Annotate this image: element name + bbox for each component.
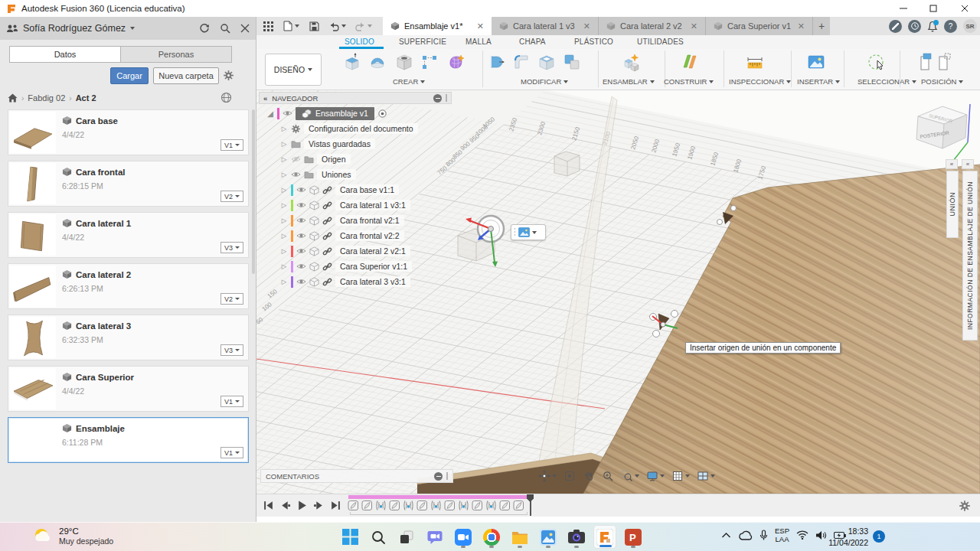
user-name[interactable]: Sofía Rodríguez Gómez [23, 23, 126, 34]
close-tab-icon[interactable]: ✕ [798, 21, 805, 31]
list-item-cara-frontal[interactable]: Cara frontal 6:28:15 PM V2 [8, 161, 249, 207]
user-dropdown-icon[interactable] [130, 27, 135, 30]
shell-icon[interactable] [537, 52, 557, 72]
breadcrumb-folder[interactable]: Fabdig 02 [28, 93, 65, 103]
tree-item-component[interactable]: ▷ Cara lateral 1 v3:1 [259, 197, 454, 213]
eye-icon[interactable] [283, 109, 292, 117]
panel-info-ensamblaje[interactable]: INFORMACIÓN DE ENSAMBLAJE DE UNIÓN [962, 171, 978, 341]
press-pull-icon[interactable] [486, 52, 506, 72]
expander-icon[interactable]: ▷ [280, 125, 288, 132]
expander-icon[interactable]: ▷ [280, 247, 288, 255]
grid-settings-icon[interactable] [671, 470, 690, 482]
tree-item-component[interactable]: ▷ Cara Superior v1:1 [259, 259, 454, 274]
timeline-settings-gear-icon[interactable] [959, 500, 971, 512]
timeline-component-icon[interactable] [499, 500, 511, 511]
pan-icon[interactable] [583, 470, 595, 482]
display-settings-icon[interactable] [646, 470, 665, 482]
panel-grip[interactable] [446, 472, 448, 480]
revolve-icon[interactable] [368, 52, 387, 72]
activate-component-icon[interactable] [377, 109, 387, 119]
tree-item-component[interactable]: ▷ Cara frontal v2:1 [259, 213, 454, 228]
expander-icon[interactable]: ▷ [280, 217, 288, 224]
ribbon-tab-plastico[interactable]: PLÁSTICO [574, 37, 613, 46]
list-item-ensamblaje-selected[interactable]: Ensamblaje 6:11:28 PM V1 [8, 417, 249, 463]
list-item-cara-lateral-2[interactable]: Cara lateral 2 6:26:13 PM V2 [8, 263, 249, 309]
camera-icon[interactable] [565, 525, 588, 549]
eye-icon[interactable] [296, 186, 306, 194]
insert-icon[interactable] [806, 52, 826, 72]
timeline-component-icon[interactable] [513, 500, 524, 511]
expander-open-icon[interactable]: ◢ [266, 109, 274, 118]
ribbon-tab-solido[interactable]: SOLIDO [345, 37, 374, 46]
position-revert-icon[interactable] [938, 52, 952, 72]
volume-icon[interactable] [815, 530, 827, 540]
microphone-icon[interactable] [760, 530, 768, 541]
home-icon[interactable] [8, 93, 18, 103]
eye-icon[interactable] [296, 232, 306, 240]
redo-icon[interactable] [351, 18, 374, 34]
tree-item-component[interactable]: ▷ Cara lateral 2 v2:1 [259, 243, 454, 259]
version-dropdown[interactable]: V2 [220, 191, 243, 202]
position-capture-icon[interactable] [919, 52, 933, 72]
timeline-component-icon[interactable] [361, 500, 373, 511]
refresh-icon[interactable] [199, 23, 210, 34]
tree-item-uniones[interactable]: ▷ Uniones [259, 167, 454, 182]
globe-icon[interactable] [220, 92, 232, 103]
clock[interactable]: 18:33 11/04/2022 [828, 526, 868, 548]
task-view-icon[interactable] [395, 525, 418, 549]
settings-gear-icon[interactable] [223, 70, 234, 81]
tree-item-component[interactable]: ▷ Cara frontal v2:2 [259, 228, 454, 243]
wifi-icon[interactable] [796, 530, 808, 540]
breadcrumb-current[interactable]: Act 2 [76, 93, 96, 103]
tree-label[interactable]: Cara lateral 2 v2:1 [335, 246, 410, 256]
version-dropdown[interactable]: V2 [220, 293, 243, 305]
play-icon[interactable] [296, 500, 308, 511]
group-label-ensamblar[interactable]: ENSAMBLAR [603, 77, 655, 86]
tree-label[interactable]: Cara lateral 3 v3:1 [335, 276, 410, 287]
insert-image-mini-icon[interactable] [518, 227, 530, 237]
tree-label[interactable]: Origen [317, 154, 351, 165]
close-tab-icon[interactable]: ✕ [691, 21, 697, 31]
chrome-icon[interactable] [480, 525, 503, 549]
timeline-joint-icon[interactable] [485, 500, 497, 511]
timeline-selection-bar[interactable] [348, 495, 531, 499]
step-back-icon[interactable] [279, 500, 291, 511]
avatar[interactable]: SR [963, 19, 977, 33]
tree-item-vistas[interactable]: ▷ Vistas guardadas [259, 136, 454, 152]
expander-icon[interactable]: ▷ [280, 171, 288, 178]
powerpoint-icon[interactable]: P [622, 525, 645, 549]
construct-icon[interactable] [680, 52, 700, 72]
app-grid-icon[interactable] [260, 18, 276, 34]
expander-icon[interactable]: ▷ [280, 186, 288, 194]
help-icon[interactable]: ? [944, 20, 957, 33]
close-panel-icon[interactable] [240, 24, 250, 33]
eye-icon[interactable] [296, 201, 306, 209]
file-explorer-icon[interactable] [508, 525, 531, 549]
group-label-construir[interactable]: CONSTRUIR [664, 77, 714, 86]
expander-icon[interactable]: ▷ [280, 278, 288, 285]
tab-datos[interactable]: Datos [10, 47, 121, 62]
onedrive-cloud-icon[interactable] [738, 530, 753, 540]
panel-grip[interactable] [446, 94, 447, 102]
close-tab-icon[interactable]: ✕ [477, 21, 484, 31]
timeline-component-icon[interactable] [389, 500, 400, 511]
group-label-modificar[interactable]: MODIFICAR [521, 77, 568, 86]
expander-icon[interactable]: ▷ [280, 201, 288, 209]
language-indicator[interactable]: ESPLAA [775, 527, 789, 544]
file-menu-icon[interactable] [279, 18, 302, 34]
minimize-button[interactable] [890, 0, 916, 17]
group-label-crear[interactable]: CREAR [393, 77, 425, 86]
save-icon[interactable] [305, 18, 322, 34]
timeline-component-icon[interactable] [348, 500, 359, 511]
timeline-component-icon[interactable] [416, 500, 428, 511]
timeline-joint-icon[interactable] [430, 500, 442, 511]
root-node-label[interactable]: Ensamblaje v1 [296, 107, 374, 120]
scrollbar-thumb[interactable] [252, 109, 255, 274]
tree-label[interactable]: Vistas guardadas [304, 139, 375, 149]
expander-icon[interactable]: ▷ [280, 262, 288, 270]
group-label-posicion[interactable]: POSICIÓN [921, 77, 963, 86]
search-icon[interactable] [220, 23, 230, 34]
job-status-clock-icon[interactable] [908, 20, 921, 33]
measure-icon[interactable] [745, 52, 765, 72]
zoom-window-icon[interactable] [621, 470, 639, 482]
